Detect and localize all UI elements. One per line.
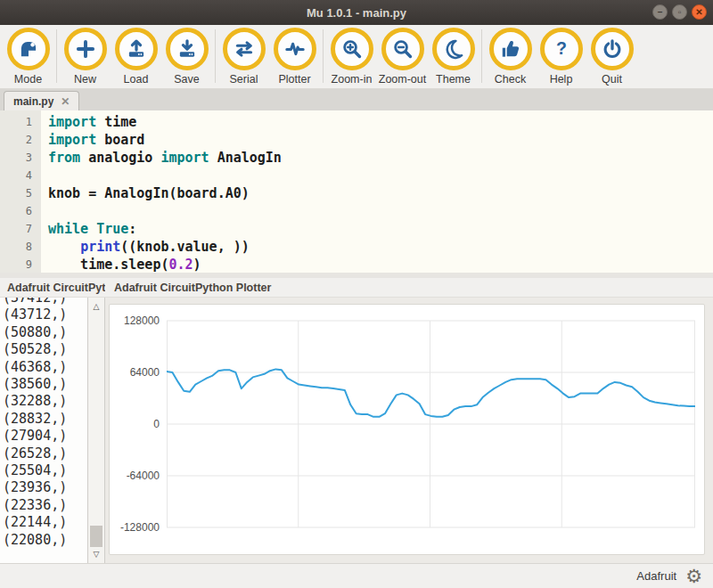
mu-editor-window: Mu 1.0.1 - main.py – ▫ ✕ ModeNewLoadSave…: [0, 0, 713, 588]
quit-icon: [591, 28, 634, 70]
tab-bar: main.py ✕: [0, 89, 713, 110]
toolbar-button-label: Zoom-in: [332, 73, 373, 86]
scroll-down-icon[interactable]: ▽: [88, 547, 104, 561]
code-area[interactable]: import timeimport boardfrom analogio imp…: [41, 110, 713, 273]
scrollbar-thumb[interactable]: [90, 526, 102, 547]
serial-value: (37412,): [3, 298, 87, 306]
gear-icon[interactable]: ⚙: [685, 567, 702, 585]
toolbar-button-label: Zoom-out: [379, 73, 427, 86]
svg-text:?: ?: [556, 38, 567, 58]
plot-canvas: [167, 317, 695, 531]
toolbar-button-label: Quit: [602, 73, 622, 86]
serial-output-text[interactable]: (37412,)(43712,)(50880,)(50528,)(46368,)…: [0, 298, 87, 563]
serial-value: (43712,): [3, 306, 87, 323]
line-number: 8: [0, 238, 32, 256]
quit-button[interactable]: Quit: [586, 28, 637, 88]
code-line: print((knob.value, )): [48, 238, 713, 256]
theme-icon: [432, 28, 475, 70]
mode-icon: [7, 28, 50, 70]
code-line: from analogio import AnalogIn: [48, 149, 713, 167]
serial-value: (28832,): [3, 411, 87, 428]
plotter-pane-title: Adafruit CircuitPython Plotter: [105, 282, 271, 294]
line-number: 4: [0, 167, 32, 184]
serial-value: (23936,): [3, 479, 87, 496]
code-editor: 123456789 import timeimport boardfrom an…: [0, 110, 713, 273]
serial-pane-title: Adafruit CircuitPyt...: [0, 282, 105, 294]
load-icon: [115, 28, 158, 70]
line-number: 1: [0, 113, 32, 131]
tab-label: main.py: [13, 95, 53, 108]
y-axis-tick-label: -64000: [127, 470, 160, 482]
code-line: [48, 167, 713, 184]
check-button[interactable]: Check: [485, 28, 536, 88]
zoom-out-button[interactable]: Zoom-out: [377, 28, 428, 88]
serial-value: (38560,): [3, 376, 87, 393]
line-number: 9: [0, 256, 32, 273]
zoom-out-icon: [381, 28, 424, 70]
code-line: time.sleep(0.2): [48, 256, 713, 273]
gutter: 123456789: [0, 110, 41, 273]
serial-value: (26528,): [3, 445, 87, 462]
toolbar: ModeNewLoadSaveSerialPlotterZoom-inZoom-…: [0, 25, 713, 89]
toolbar-button-label: Plotter: [278, 73, 310, 86]
title-bar: Mu 1.0.1 - main.py – ▫ ✕: [0, 0, 713, 25]
plotter-button[interactable]: Plotter: [269, 28, 320, 88]
help-icon: ?: [540, 28, 583, 70]
close-button[interactable]: ✕: [692, 4, 707, 20]
save-icon: [166, 28, 209, 70]
toolbar-button-label: Help: [550, 73, 573, 86]
serial-scrollbar[interactable]: △ ▽: [87, 298, 104, 563]
serial-value: (32288,): [3, 393, 87, 410]
minimize-button[interactable]: –: [652, 4, 668, 20]
plotter-pane: 128000640000-64000-128000: [109, 304, 705, 555]
line-number: 2: [0, 131, 32, 149]
mode-status-label: Adafruit: [636, 569, 676, 583]
plotter-icon: [274, 28, 316, 70]
serial-value: (50528,): [3, 341, 87, 358]
toolbar-separator: [323, 29, 324, 83]
maximize-button[interactable]: ▫: [672, 4, 687, 20]
save-button[interactable]: Save: [161, 28, 212, 88]
theme-button[interactable]: Theme: [428, 28, 479, 88]
bottom-panes: (37412,)(43712,)(50880,)(50528,)(46368,)…: [0, 298, 713, 563]
new-button[interactable]: New: [60, 28, 111, 88]
tab-main-py[interactable]: main.py ✕: [4, 91, 79, 110]
toolbar-separator: [481, 29, 482, 83]
y-axis-tick-label: 0: [153, 418, 160, 430]
tab-close-icon[interactable]: ✕: [61, 95, 70, 108]
mode-button[interactable]: Mode: [3, 28, 53, 88]
serial-value: (22144,): [3, 514, 87, 531]
zoom-in-button[interactable]: Zoom-in: [326, 28, 377, 88]
serial-value: (46368,): [3, 359, 87, 376]
scroll-up-icon[interactable]: △: [88, 299, 104, 314]
status-bar: Adafruit ⚙: [0, 563, 713, 588]
line-number: 7: [0, 220, 32, 238]
code-line: import time: [48, 113, 713, 131]
line-number: 6: [0, 202, 32, 220]
code-line: import board: [48, 131, 713, 149]
toolbar-separator: [215, 29, 216, 83]
window-title: Mu 1.0.1 - main.py: [0, 6, 713, 20]
serial-button[interactable]: Serial: [218, 28, 269, 88]
window-controls: – ▫ ✕: [652, 4, 707, 20]
toolbar-button-label: Mode: [14, 73, 42, 86]
help-button[interactable]: ?Help: [536, 28, 586, 88]
data-line: [167, 369, 695, 416]
toolbar-button-label: Serial: [230, 73, 258, 86]
toolbar-button-label: Check: [495, 73, 526, 86]
code-line: [48, 202, 713, 220]
y-axis-tick-label: 64000: [130, 366, 160, 379]
toolbar-button-label: New: [74, 73, 96, 86]
load-button[interactable]: Load: [111, 28, 161, 88]
serial-value: (27904,): [3, 428, 87, 445]
serial-value: (22080,): [3, 532, 87, 549]
code-line: while True:: [48, 220, 713, 238]
serial-value: (50880,): [3, 324, 87, 341]
serial-value: (25504,): [3, 462, 87, 479]
toolbar-separator: [56, 29, 57, 83]
zoom-in-icon: [331, 28, 373, 70]
serial-icon: [223, 28, 266, 70]
toolbar-button-label: Theme: [436, 73, 471, 86]
line-number: 3: [0, 149, 32, 167]
line-number: 5: [0, 184, 32, 202]
